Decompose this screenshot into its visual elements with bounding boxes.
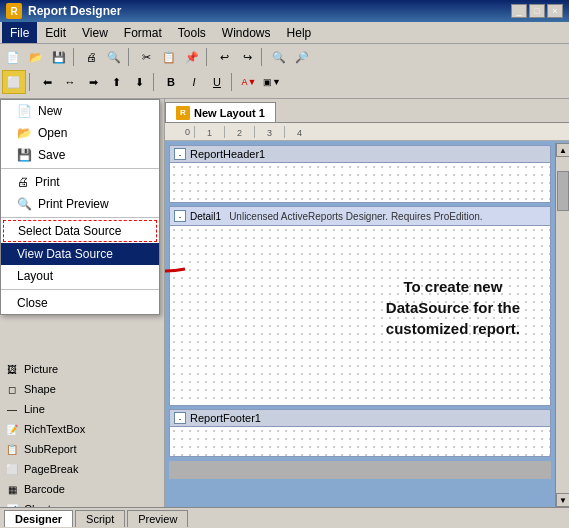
pagebreak-icon: ⬜ — [4, 461, 20, 477]
ctx-print[interactable]: 🖨 Print — [1, 171, 159, 193]
ruler: 0 1 2 3 4 — [165, 123, 569, 141]
ctx-select-data-source[interactable]: Select Data Source — [3, 220, 157, 242]
ctx-layout[interactable]: Layout — [1, 265, 159, 287]
toolbox-shape[interactable]: ◻ Shape — [0, 379, 164, 399]
toolbox-picture[interactable]: 🖼 Picture — [0, 359, 164, 379]
toolbox-picture-label: Picture — [24, 363, 58, 375]
footer-collapse-icon[interactable]: - — [174, 412, 186, 424]
richtextbox-icon: 📝 — [4, 421, 20, 437]
toolbar-sep-3 — [206, 48, 210, 66]
detail-section: - Detail1 Unlicensed ActiveReports Desig… — [169, 206, 551, 406]
menu-edit[interactable]: Edit — [37, 22, 74, 43]
toolbar-bg-color[interactable]: ▣▼ — [261, 71, 283, 93]
tab-script[interactable]: Script — [75, 510, 125, 527]
toolbar-redo[interactable]: ↪ — [236, 46, 258, 68]
scroll-down[interactable]: ▼ — [556, 493, 569, 507]
report-header-section: - ReportHeader1 — [169, 145, 551, 203]
menu-help[interactable]: Help — [279, 22, 320, 43]
toolbox-line[interactable]: — Line — [0, 399, 164, 419]
title-bar: R Report Designer _ □ × — [0, 0, 569, 22]
menu-view[interactable]: View — [74, 22, 116, 43]
toolbar-sep-4 — [261, 48, 265, 66]
v-scrollbar[interactable]: ▲ ▼ — [555, 143, 569, 507]
toolbar-italic[interactable]: I — [183, 71, 205, 93]
toolbar-undo[interactable]: ↩ — [213, 46, 235, 68]
ruler-3: 3 — [254, 126, 284, 138]
minimize-button[interactable]: _ — [511, 4, 527, 18]
tab-preview[interactable]: Preview — [127, 510, 188, 527]
app-title: Report Designer — [28, 4, 511, 18]
toolbar-underline[interactable]: U — [206, 71, 228, 93]
toolbar-zoom-out[interactable]: 🔍 — [268, 46, 290, 68]
toolbar-sep-6 — [153, 73, 157, 91]
new-icon: 📄 — [17, 104, 32, 118]
toolbar-font-color[interactable]: A▼ — [238, 71, 260, 93]
ctx-new-label: New — [38, 104, 62, 118]
toolbar-align-center[interactable]: ↔ — [59, 71, 81, 93]
line-icon: — — [4, 401, 20, 417]
toolbox-barcode[interactable]: ▦ Barcode — [0, 479, 164, 499]
ctx-select-data-source-label: Select Data Source — [18, 224, 121, 238]
toolbar-align-left[interactable]: ⬅ — [36, 71, 58, 93]
section-collapse-icon[interactable]: - — [174, 148, 186, 160]
toolbox-barcode-label: Barcode — [24, 483, 65, 495]
toolbar-layout[interactable]: ⬜ — [2, 70, 26, 94]
toolbar-open[interactable]: 📂 — [25, 46, 47, 68]
ctx-div-2 — [1, 217, 159, 218]
annotation-container: To create new DataSource for the customi… — [386, 276, 520, 339]
scroll-thumb[interactable] — [557, 171, 569, 211]
menu-format[interactable]: Format — [116, 22, 170, 43]
menu-file[interactable]: File — [2, 22, 37, 43]
chart-icon: 📊 — [4, 501, 20, 507]
toolbar-align-bottom[interactable]: ⬇ — [128, 71, 150, 93]
toolbox-line-label: Line — [24, 403, 45, 415]
toolbox-chart[interactable]: 📊 Chart — [0, 499, 164, 507]
maximize-button[interactable]: □ — [529, 4, 545, 18]
report-footer-section: - ReportFooter1 — [169, 409, 551, 457]
toolbox: 🖼 Picture ◻ Shape — Line 📝 RichTextBox 📋… — [0, 359, 164, 507]
left-panel: 📄 New 📂 Open 💾 Save 🖨 Print 🔍 Print Prev… — [0, 99, 165, 507]
toolbar-bold[interactable]: B — [160, 71, 182, 93]
toolbar-preview[interactable]: 🔍 — [103, 46, 125, 68]
toolbar-save[interactable]: 💾 — [48, 46, 70, 68]
toolbox-subreport[interactable]: 📋 SubReport — [0, 439, 164, 459]
layout-tab-icon: R — [176, 106, 190, 120]
toolbar-zoom-in[interactable]: 🔎 — [291, 46, 313, 68]
toolbar-copy[interactable]: 📋 — [158, 46, 180, 68]
menu-bar: File Edit View Format Tools Windows Help — [0, 22, 569, 44]
ctx-print-preview[interactable]: 🔍 Print Preview — [1, 193, 159, 215]
toolbox-pagebreak[interactable]: ⬜ PageBreak — [0, 459, 164, 479]
report-header-label: ReportHeader1 — [190, 148, 265, 160]
ctx-view-data-source-label: View Data Source — [17, 247, 113, 261]
ctx-close[interactable]: Close — [1, 292, 159, 314]
toolbar-align-top[interactable]: ⬆ — [105, 71, 127, 93]
tab-designer[interactable]: Designer — [4, 510, 73, 527]
barcode-icon: ▦ — [4, 481, 20, 497]
toolbar-cut[interactable]: ✂ — [135, 46, 157, 68]
report-canvas[interactable]: - ReportHeader1 - Detail1 Unlicensed Act… — [165, 141, 569, 505]
ruler-1: 1 — [194, 126, 224, 138]
tab-new-layout[interactable]: R New Layout 1 — [165, 102, 276, 122]
ctx-print-preview-label: Print Preview — [38, 197, 109, 211]
toolbar-new[interactable]: 📄 — [2, 46, 24, 68]
bottom-tabs: Designer Script Preview — [0, 507, 569, 528]
toolbar-print[interactable]: 🖨 — [80, 46, 102, 68]
scroll-up[interactable]: ▲ — [556, 143, 569, 157]
ctx-save-label: Save — [38, 148, 65, 162]
subreport-icon: 📋 — [4, 441, 20, 457]
toolbar-paste[interactable]: 📌 — [181, 46, 203, 68]
toolbar-align-right[interactable]: ➡ — [82, 71, 104, 93]
close-button[interactable]: × — [547, 4, 563, 18]
ctx-new[interactable]: 📄 New — [1, 100, 159, 122]
open-icon: 📂 — [17, 126, 32, 140]
detail-collapse-icon[interactable]: - — [174, 210, 186, 222]
detail-bar: - Detail1 Unlicensed ActiveReports Desig… — [169, 206, 551, 226]
menu-windows[interactable]: Windows — [214, 22, 279, 43]
ctx-view-data-source[interactable]: View Data Source — [1, 243, 159, 265]
menu-tools[interactable]: Tools — [170, 22, 214, 43]
toolbox-richtextbox[interactable]: 📝 RichTextBox — [0, 419, 164, 439]
ctx-save[interactable]: 💾 Save — [1, 144, 159, 166]
toolbox-pagebreak-label: PageBreak — [24, 463, 78, 475]
ctx-open[interactable]: 📂 Open — [1, 122, 159, 144]
ctx-print-label: Print — [35, 175, 60, 189]
